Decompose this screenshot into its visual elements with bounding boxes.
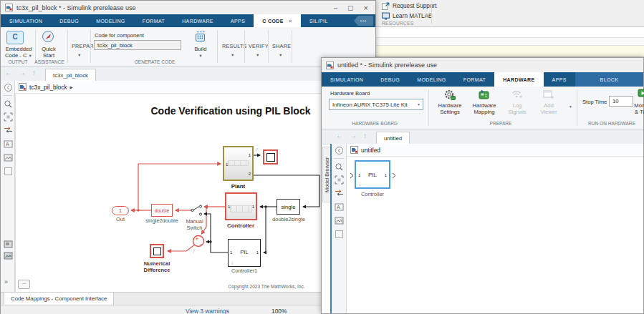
build-icon[interactable]: +++ bbox=[193, 29, 207, 43]
palette-expand-icon[interactable]: » bbox=[4, 278, 8, 285]
results-dropdown[interactable]: RESULTS bbox=[222, 43, 247, 49]
simulink-window-tc3x-pil-block: tc3x_pil_block * - Simulink prerelease u… bbox=[0, 0, 376, 314]
scope-block[interactable] bbox=[263, 149, 278, 165]
share-dropdown[interactable]: SHARE bbox=[272, 43, 291, 49]
nav-up-icon[interactable]: ↑ bbox=[32, 69, 36, 77]
tab-format[interactable]: FORMAT bbox=[455, 72, 494, 87]
hw-settings-line2: Settings bbox=[440, 109, 459, 115]
embedded-code-icon[interactable]: C bbox=[6, 31, 24, 44]
plant-block[interactable]: 1 1 2 bbox=[223, 146, 254, 181]
tab-modeling[interactable]: MODELING bbox=[87, 14, 134, 27]
code-for-component-label: Code for component bbox=[95, 32, 144, 39]
controller1-pil-block[interactable]: PIL 1 1 ↓ bbox=[228, 239, 261, 267]
tab-apps[interactable]: APPS bbox=[544, 72, 575, 87]
tab-debug[interactable]: DEBUG bbox=[372, 72, 408, 87]
single2double-block[interactable]: double bbox=[151, 204, 173, 217]
component-name-field[interactable] bbox=[94, 40, 181, 50]
tab-apps[interactable]: APPS bbox=[222, 14, 254, 27]
tab-sil-pil[interactable]: SIL/PIL bbox=[301, 14, 337, 27]
view-warnings-link[interactable]: View 3 warnings bbox=[186, 308, 229, 314]
svg-text:A: A bbox=[6, 142, 9, 147]
double2single-block[interactable]: single bbox=[277, 199, 300, 215]
tab-debug[interactable]: DEBUG bbox=[51, 14, 87, 27]
zoom-icon[interactable] bbox=[335, 162, 344, 172]
nav-back-icon[interactable]: ← bbox=[5, 69, 12, 77]
prerelease-notice-band bbox=[376, 46, 644, 57]
signal-routing-icon[interactable] bbox=[4, 125, 13, 134]
sum-minus-sign: − bbox=[200, 242, 204, 247]
minimize-button[interactable]: – bbox=[334, 4, 337, 11]
annotation-icon[interactable]: A bbox=[4, 139, 13, 149]
assistance-section-label: ASSISTANCE bbox=[32, 59, 67, 64]
controller-block[interactable]: 1 1 bbox=[225, 192, 257, 220]
nav-forward-icon[interactable]: → bbox=[350, 132, 357, 139]
verify-caret-icon[interactable]: ▼ bbox=[256, 53, 259, 57]
area-annotation-icon[interactable] bbox=[4, 167, 13, 176]
request-support-button[interactable]: Request Support bbox=[382, 2, 436, 10]
nav-forward-icon[interactable]: → bbox=[19, 69, 26, 77]
tab-simulation[interactable]: SIMULATION bbox=[1, 14, 51, 27]
output-section-label: OUTPUT bbox=[1, 59, 35, 64]
results-caret-icon[interactable]: ▼ bbox=[231, 53, 234, 57]
manual-switch-block[interactable] bbox=[191, 205, 202, 215]
tab-block[interactable]: BLOCK bbox=[575, 72, 643, 87]
pil-block-selected[interactable]: PIL 1 1 ↓ bbox=[355, 160, 390, 189]
share-caret-icon[interactable]: ▼ bbox=[279, 53, 282, 57]
signal-routing-icon[interactable] bbox=[335, 188, 344, 197]
build-button[interactable]: Build ▼ bbox=[188, 46, 213, 59]
learn-matlab-button[interactable]: Learn MATLAB bbox=[382, 12, 432, 20]
zoom-icon[interactable] bbox=[4, 99, 13, 109]
hardware-board-select[interactable]: Infineon AURIX TC375 Lite Kit ▾ bbox=[329, 99, 423, 110]
untitled-model-canvas[interactable]: PIL 1 1 ↓ Controller bbox=[347, 157, 643, 313]
monitor-tune-icon[interactable] bbox=[637, 87, 644, 99]
screenshot-icon[interactable] bbox=[4, 251, 13, 260]
numerical-difference-block[interactable] bbox=[150, 244, 164, 258]
right-toolstrip: Hardware Board Infineon AURIX TC375 Lite… bbox=[322, 87, 643, 129]
code-mappings-tab[interactable]: Code Mappings - Component Interface bbox=[4, 293, 114, 305]
monitor-tune-button[interactable]: Monitor & Tune bbox=[628, 102, 644, 116]
close-button[interactable]: × bbox=[364, 4, 368, 12]
nav-up-icon[interactable]: ↑ bbox=[363, 132, 367, 139]
browser-toggle-icon[interactable] bbox=[335, 146, 344, 155]
left-title-bar[interactable]: tc3x_pil_block * - Simulink prerelease u… bbox=[1, 1, 375, 14]
fit-to-view-icon[interactable] bbox=[335, 175, 344, 185]
document-tab-tc3x[interactable]: tc3x_pil_block bbox=[45, 69, 96, 81]
breadcrumb-model-name[interactable]: tc3x_pil_block bbox=[29, 84, 67, 91]
viewmark-icon[interactable] bbox=[4, 240, 13, 249]
tab-simulation[interactable]: SIMULATION bbox=[322, 72, 372, 87]
quick-start-button[interactable]: Quick Start bbox=[32, 46, 65, 59]
scope-screen bbox=[153, 247, 161, 255]
area-annotation-icon[interactable] bbox=[335, 230, 344, 239]
scope-screen bbox=[266, 153, 275, 162]
breadcrumb-model-name[interactable]: untitled bbox=[361, 147, 380, 154]
prepare-overflow-caret-icon[interactable]: ▾ bbox=[569, 104, 572, 109]
document-tab-untitled[interactable]: untitled bbox=[376, 132, 410, 144]
hardware-mapping-button[interactable]: Hardware Mapping bbox=[468, 102, 501, 116]
hardware-settings-icon[interactable] bbox=[443, 89, 456, 101]
maximize-button[interactable]: ▢ bbox=[347, 4, 354, 11]
tab-c-code-label: C CODE bbox=[262, 19, 284, 24]
nav-back-icon[interactable]: ← bbox=[336, 132, 343, 139]
tab-modeling[interactable]: MODELING bbox=[408, 72, 455, 87]
quick-start-icon[interactable] bbox=[42, 30, 55, 43]
stop-time-label: Stop Time bbox=[582, 99, 607, 105]
hardware-settings-button[interactable]: Hardware Settings bbox=[433, 102, 466, 116]
hide-panel-button[interactable]: — bbox=[18, 280, 30, 289]
tab-format[interactable]: FORMAT bbox=[134, 14, 173, 27]
desktop: { "colors": { "ribbon_blue": "#185785", … bbox=[0, 0, 644, 314]
fit-to-view-icon[interactable] bbox=[4, 112, 13, 122]
verify-dropdown[interactable]: VERIFY bbox=[249, 43, 269, 49]
image-annotation-icon[interactable] bbox=[335, 216, 344, 225]
prepare-caret-icon[interactable]: ▼ bbox=[77, 53, 81, 57]
tab-hardware[interactable]: HARDWARE bbox=[494, 72, 543, 87]
annotation-icon[interactable]: A bbox=[335, 202, 344, 212]
image-annotation-icon[interactable] bbox=[4, 153, 13, 162]
right-title-bar[interactable]: untitled * - Simulink prerelease use bbox=[322, 58, 643, 72]
browser-toggle-icon[interactable] bbox=[4, 83, 13, 92]
tab-overflow-button[interactable]: ••• bbox=[354, 16, 373, 26]
tab-hardware[interactable]: HARDWARE bbox=[173, 14, 222, 27]
tab-c-code[interactable]: C CODE × bbox=[254, 14, 301, 27]
tab-close-icon[interactable]: × bbox=[289, 18, 292, 24]
outport-block[interactable]: 1 bbox=[112, 206, 129, 215]
hardware-mapping-icon[interactable] bbox=[478, 89, 491, 101]
